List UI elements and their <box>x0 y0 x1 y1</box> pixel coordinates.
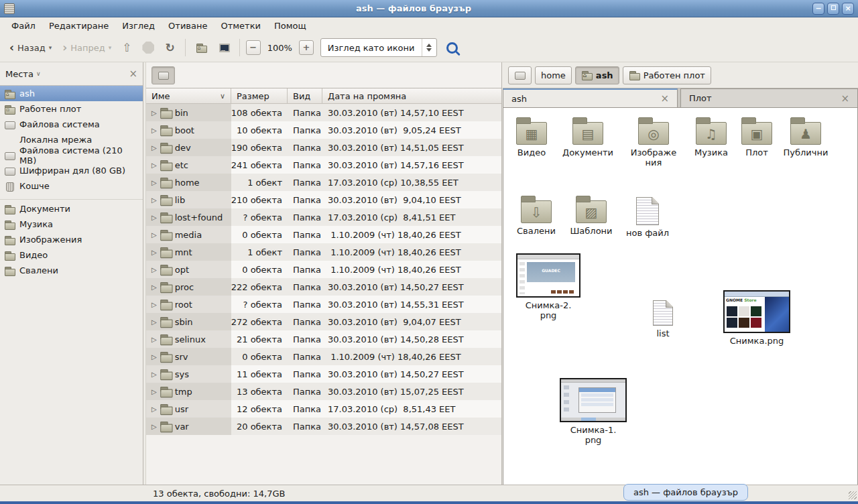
sidebar-item-Файлова система[interactable]: Файлова система <box>0 117 143 132</box>
close-button[interactable]: × <box>842 3 854 15</box>
file-item-Снимка-2.png[interactable]: GUADECСнимка-2.png <box>511 253 585 320</box>
minimize-button[interactable]: − <box>812 3 824 15</box>
table-row[interactable]: ▷etc241 обектаПапка30.03.2010 (вт) 14,57… <box>146 156 501 174</box>
sidebar-item-Музика[interactable]: Музика <box>0 216 143 232</box>
file-item-Изображения[interactable]: ◎Изображения <box>625 116 682 168</box>
expander-icon[interactable]: ▷ <box>151 284 157 291</box>
menu-item-редактиране[interactable]: Редактиране <box>43 19 115 32</box>
file-item-Плот[interactable]: ▣Плот <box>729 116 785 158</box>
stop-button[interactable] <box>138 39 158 56</box>
zoom-out-button[interactable]: − <box>246 40 261 55</box>
column-header-size[interactable]: Размер <box>231 88 288 103</box>
table-row[interactable]: ▷home1 обектПапка17.03.2010 (ср) 10,38,5… <box>146 174 501 191</box>
sidebar-header-selector[interactable]: Места ∨ <box>5 69 41 79</box>
sidebar-item-Работен плот[interactable]: ▫Работен плот <box>0 101 143 117</box>
table-row[interactable]: ▷dev190 обектаПапка30.03.2010 (вт) 14,51… <box>146 139 501 156</box>
home-button[interactable]: ⌂ <box>192 40 211 56</box>
expander-icon[interactable]: ▷ <box>151 266 157 273</box>
titlebar[interactable]: ash — файлов браузър − × <box>0 0 858 17</box>
table-row[interactable]: ▷root? обектаПапка30.03.2010 (вт) 14,55,… <box>146 296 501 313</box>
file-item-Публични[interactable]: ♟Публични <box>778 116 834 158</box>
table-row[interactable]: ▷usr12 обектаПапка17.03.2010 (ср) 8,51,4… <box>146 400 501 418</box>
search-icon[interactable] <box>446 42 458 54</box>
up-button[interactable]: ⇧ <box>118 38 135 57</box>
file-item-list[interactable]: list <box>626 298 700 338</box>
expander-icon[interactable]: ▷ <box>151 144 157 151</box>
menu-item-файл[interactable]: Файл <box>5 19 42 32</box>
table-row[interactable]: ▷opt0 обектаПапка 1.10.2009 (чт) 18,40,2… <box>146 261 501 278</box>
table-row[interactable]: ▷sys11 обектаПапка30.03.2010 (вт) 14,50,… <box>146 365 501 383</box>
expander-icon[interactable]: ▷ <box>151 423 157 430</box>
breadcrumb-button-root[interactable] <box>508 66 532 84</box>
tab-close-icon[interactable]: × <box>660 94 669 103</box>
table-row[interactable]: ▷var20 обектаПапка30.03.2010 (вт) 14,57,… <box>146 418 501 435</box>
table-row[interactable]: ▷bin108 обектаПапка30.03.2010 (вт) 14,57… <box>146 104 501 121</box>
expander-icon[interactable]: ▷ <box>151 214 157 221</box>
table-row[interactable]: ▷srv0 обектаПапка 1.10.2009 (чт) 18,40,2… <box>146 348 501 365</box>
sidebar-item-Кошче[interactable]: Кошче <box>0 178 143 194</box>
back-button[interactable]: ‹ Назад ▾ <box>5 40 56 56</box>
column-header-name[interactable]: Име ∨ <box>146 88 231 103</box>
computer-button[interactable] <box>214 40 233 56</box>
table-row[interactable]: ▷lib210 обектаПапка30.03.2010 (вт) 9,04,… <box>146 191 501 208</box>
forward-button[interactable]: › Напред ▾ <box>58 40 115 56</box>
table-row[interactable]: ▷sbin272 обектаПапка30.03.2010 (вт) 9,04… <box>146 313 501 330</box>
file-item-Снимка-1.png[interactable]: Снимка-1.png <box>556 378 630 445</box>
table-row[interactable]: ▷tmp13 обектаПапка30.03.2010 (вт) 15,07,… <box>146 383 501 400</box>
zoom-in-button[interactable]: + <box>299 40 314 55</box>
expander-icon[interactable]: ▷ <box>151 336 157 343</box>
back-dropdown-icon[interactable]: ▾ <box>49 44 52 51</box>
file-item-Снимка.png[interactable]: GNOME StoreСнимка.png <box>720 290 794 346</box>
sidebar-item-Документи[interactable]: Документи <box>0 201 143 216</box>
expander-icon[interactable]: ▷ <box>151 231 157 239</box>
forward-dropdown-icon[interactable]: ▾ <box>109 44 112 51</box>
expander-icon[interactable]: ▷ <box>151 318 157 326</box>
menu-item-изглед[interactable]: Изглед <box>116 19 161 32</box>
expander-icon[interactable]: ▷ <box>151 371 157 378</box>
breadcrumb-button-home[interactable]: home <box>535 66 572 84</box>
sidebar-close-icon[interactable]: × <box>129 70 137 78</box>
breadcrumb-button-root[interactable] <box>151 66 175 84</box>
sidebar-item-Изображения[interactable]: Изображения <box>0 232 143 247</box>
expander-icon[interactable]: ▷ <box>151 179 157 186</box>
menu-item-помощ[interactable]: Помощ <box>268 19 312 32</box>
expander-icon[interactable]: ▷ <box>151 127 157 134</box>
sidebar-item-Шифриран дял (80 GB)[interactable]: Шифриран дял (80 GB) <box>0 163 143 178</box>
combo-stepper-icon[interactable] <box>422 39 436 56</box>
sidebar-item-Видео[interactable]: Видео <box>0 247 143 263</box>
table-row[interactable]: ▷boot10 обектаПапка30.03.2010 (вт) 9,05,… <box>146 121 501 139</box>
menu-item-отиване[interactable]: Отиване <box>162 19 213 32</box>
expander-icon[interactable]: ▷ <box>151 162 157 169</box>
sidebar-item-Свалени[interactable]: Свалени <box>0 263 143 278</box>
table-row[interactable]: ▷mnt1 обектПапка 1.10.2009 (чт) 18,40,26… <box>146 243 501 261</box>
resize-grip[interactable] <box>849 491 857 499</box>
table-row[interactable]: ▷lost+found? обектаПапка17.03.2010 (ср) … <box>146 208 501 226</box>
breadcrumb-button-ash[interactable]: ⌂ash <box>575 66 619 84</box>
file-item-Видео[interactable]: ▦Видео <box>503 116 560 158</box>
expander-icon[interactable]: ▷ <box>151 196 157 204</box>
file-item-Документи[interactable]: ▤Документи <box>560 116 616 158</box>
expander-icon[interactable]: ▷ <box>151 249 157 256</box>
tab-close-icon[interactable]: × <box>841 94 849 103</box>
expander-icon[interactable]: ▷ <box>151 109 157 117</box>
breadcrumb-button-Работен плот[interactable]: Работен плот <box>623 66 711 84</box>
column-header-date[interactable]: Дата на промяна <box>322 88 501 103</box>
view-mode-combo[interactable]: Изглед като икони <box>320 38 437 57</box>
expander-icon[interactable]: ▷ <box>151 301 157 308</box>
expander-icon[interactable]: ▷ <box>151 405 157 413</box>
file-item-Шаблони[interactable]: ▨Шаблони <box>563 194 619 236</box>
table-row[interactable]: ▷proc222 обектаПапка30.03.2010 (вт) 14,5… <box>146 278 501 296</box>
table-row[interactable]: ▷media0 обектаПапка 1.10.2009 (чт) 18,40… <box>146 226 501 243</box>
tab-Плот[interactable]: Плот× <box>680 88 858 107</box>
sidebar-item-ash[interactable]: ⌂ash <box>0 86 143 101</box>
sidebar-item-Файлова система (210 MB)[interactable]: Файлова система (210 MB) <box>0 147 143 163</box>
maximize-button[interactable] <box>827 3 839 15</box>
expander-icon[interactable]: ▷ <box>151 388 157 395</box>
table-row[interactable]: ▷selinux21 обектаПапка30.03.2010 (вт) 14… <box>146 330 501 348</box>
expander-icon[interactable]: ▷ <box>151 353 157 361</box>
reload-button[interactable]: ↻ <box>161 38 178 57</box>
taskbar-window-button[interactable]: ash — файлов браузър <box>623 484 748 501</box>
file-item-Свалени[interactable]: ⇩Свалени <box>508 194 564 236</box>
file-item-нов файл[interactable]: нов файл <box>619 194 676 238</box>
tab-ash[interactable]: ash× <box>503 88 678 107</box>
